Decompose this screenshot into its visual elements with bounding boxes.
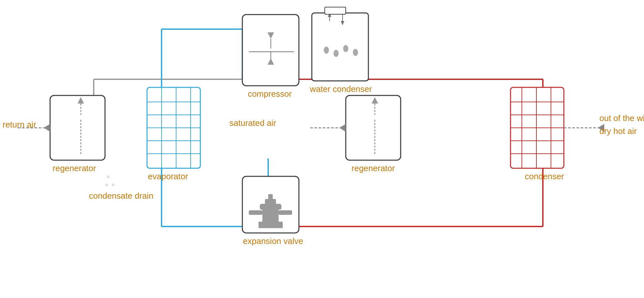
svg-marker-63 (339, 124, 346, 132)
evaporator-label: evaporator (136, 171, 200, 182)
svg-text:◦: ◦ (111, 180, 115, 190)
svg-rect-30 (312, 13, 368, 81)
condenser-label: condenser (504, 171, 585, 182)
compressor-label: compressor (229, 89, 310, 99)
svg-rect-60 (279, 210, 292, 215)
saturated-air-label: saturated air (229, 118, 320, 128)
svg-point-31 (324, 47, 329, 54)
regenerator-right-label: regenerator (333, 163, 414, 173)
svg-rect-55 (262, 209, 279, 222)
svg-rect-40 (346, 95, 401, 160)
svg-rect-11 (50, 95, 105, 160)
svg-rect-59 (249, 210, 262, 215)
svg-text:◦: ◦ (105, 180, 108, 190)
diagram-svg: ◦ ◦ ◦ (0, 0, 644, 298)
svg-rect-58 (268, 194, 273, 200)
out-of-wind-label: out of the wind (599, 113, 644, 123)
return-air-label: return air (0, 120, 45, 130)
svg-point-32 (333, 50, 339, 57)
dry-hot-air-label: dry hot air (599, 126, 644, 136)
regenerator-left-label: regenerator (39, 163, 110, 173)
svg-rect-24 (242, 15, 299, 86)
svg-point-33 (343, 45, 348, 52)
expansion-valve-label: expansion valve (226, 236, 320, 246)
condensate-drain-label: condensate drain (81, 191, 162, 201)
water-condenser-label: water condenser (301, 84, 381, 94)
diagram-container: ◦ ◦ ◦ return air regenerator evaporator … (0, 0, 644, 298)
svg-rect-54 (259, 222, 283, 228)
svg-point-34 (353, 49, 358, 56)
svg-rect-39 (325, 7, 346, 14)
